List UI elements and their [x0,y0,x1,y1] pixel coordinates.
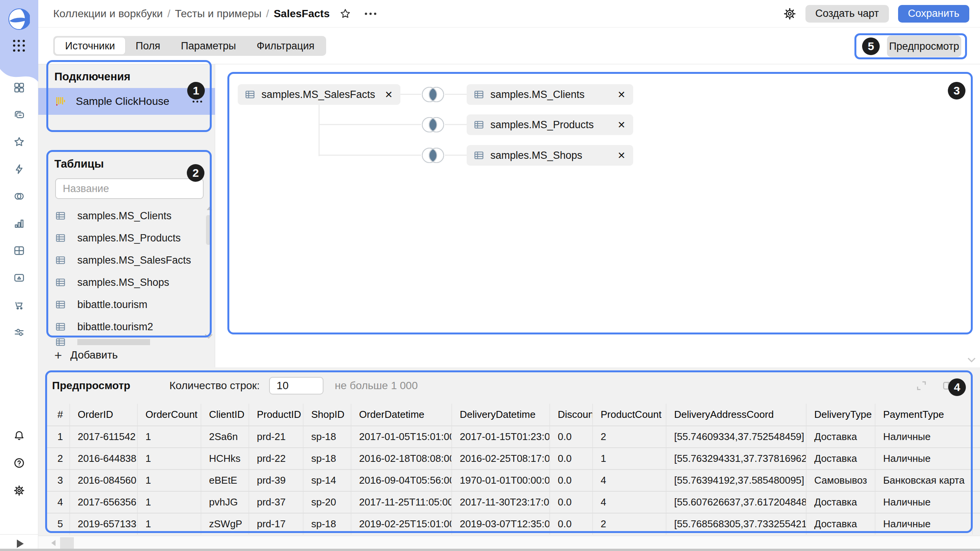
close-icon[interactable]: ✕ [617,119,626,130]
inner-join-icon[interactable] [420,145,446,165]
table-list-item-label: bibattle.tourism2 [77,321,153,333]
app-window: Коллекции и воркбуки / Тесты и примеры /… [0,0,980,551]
tab-filtering[interactable]: Фильтрация [247,37,325,54]
tables-list-scrollbar[interactable] [206,207,211,338]
table-list-item[interactable]: samples.MS_Products [38,227,215,249]
inner-join-icon[interactable] [420,115,446,135]
preview-cell: 2 [592,426,666,447]
charts-icon[interactable] [13,218,25,229]
help-icon[interactable] [13,457,25,469]
preview-cell: 2016-084560 [69,470,137,491]
dataset-settings-gear-icon[interactable] [783,7,796,20]
preview-cell: HCHks [201,448,248,469]
table-icon [474,150,484,161]
preview-cell: 2 [592,514,666,535]
preview-table-row: 22016-6448381HCHksprd-22sp-182016-02-18T… [46,447,980,469]
preview-table-row: 52019-6571331zSWgPprd-17sp-182019-02-25T… [46,513,980,535]
preview-cell: pvhJG [201,492,248,513]
preview-cell: [55.768568305,37.733255421] [666,514,806,535]
table-list-item[interactable]: samples.MS_Shops [38,271,215,293]
preview-cell: 2017-611542 [69,426,137,447]
table-search-input[interactable] [55,178,204,199]
notifications-bell-icon[interactable] [13,430,25,441]
canvas-node-joined[interactable]: samples.MS_Products✕ [467,114,633,135]
close-icon[interactable]: ✕ [617,150,626,161]
tables-panel-title: Таблицы [54,158,104,170]
preview-cell: 2017-01-05T15:01:00 [351,426,451,447]
tab-fields[interactable]: Поля [125,37,170,54]
scroll-up-icon[interactable] [207,207,212,210]
breadcrumb-item[interactable]: Коллекции и воркбуки [53,8,163,20]
workbooks-icon[interactable] [13,109,25,121]
window-bottom-edge [0,549,980,551]
preview-toggle-button[interactable]: Предпросмотр [887,36,961,57]
tab-parameters[interactable]: Параметры [171,37,247,54]
squares-icon[interactable] [13,82,25,93]
preview-header-cell: # [46,404,69,425]
preview-cell: 2017-11-25T11:05:00 [351,492,451,513]
canvas-node-joined[interactable]: samples.MS_Clients✕ [467,84,633,105]
save-button[interactable]: Сохранить [898,5,969,23]
cloud-folder-icon[interactable] [13,272,25,284]
table-list-item[interactable]: bibattle.tourism2 [38,316,215,338]
sources-left-panel: Подключения Sample ClickHouse Таблицы sa… [38,64,215,367]
preview-cell: 4 [592,470,666,491]
create-chart-button[interactable]: Создать чарт [805,5,889,23]
scrollbar-thumb[interactable] [60,537,74,549]
sidebar-divider [0,534,38,535]
favorites-star-icon[interactable] [13,136,25,148]
marketplace-cart-icon[interactable] [13,299,25,311]
close-icon[interactable]: ✕ [385,89,393,100]
dashboards-grid-icon[interactable] [13,245,25,256]
canvas-node-label: samples.MS_Clients [490,89,585,101]
preview-cell: 2017-01-15T01:23:00 [451,426,549,447]
horizontal-scrollbar[interactable] [38,536,980,550]
chevron-down-icon[interactable] [967,357,976,362]
more-menu-icon[interactable] [365,13,376,15]
tab-sources[interactable]: Источники [55,37,125,54]
row-count-input[interactable] [269,377,323,395]
preview-cell: [55.607626637,37.617204848] [666,492,806,513]
datalens-logo-icon[interactable] [8,8,30,30]
table-list-item[interactable]: samples.MS_Clients [38,205,215,227]
join-connector-line [319,155,421,156]
preview-cell: 2019-02-25T15:01:00 [351,514,451,535]
favorite-star-icon[interactable] [340,8,351,20]
preview-cell: Доставка [806,448,875,469]
apps-grid-icon[interactable] [12,39,26,53]
canvas-node-joined[interactable]: samples.MS_Shops✕ [467,145,633,166]
plus-icon: + [54,349,62,361]
scrollbar-thumb[interactable] [206,215,211,245]
breadcrumb-separator: / [266,8,269,20]
breadcrumb-item[interactable]: Тесты и примеры [175,8,261,20]
inner-join-icon[interactable] [420,85,446,104]
preview-cell: zSWgP [201,514,248,535]
connections-lightning-icon[interactable] [13,163,25,175]
scroll-left-icon[interactable] [51,540,56,546]
preview-cell: Самовывоз [806,470,875,491]
preview-cell: [55.763294331,37.737816962] [666,448,806,469]
table-list-item[interactable]: bibattle.tourism [38,293,215,316]
join-canvas[interactable]: samples.MS_SalesFacts ✕ samples.MS_Clien… [216,64,980,367]
table-icon [474,89,484,100]
close-icon[interactable]: ✕ [617,89,626,100]
table-list-item-clipped[interactable] [38,338,215,346]
preview-header-cell: DeliveryDatetime [451,404,549,425]
chevron-down-icon[interactable] [204,334,213,339]
preview-title: Предпросмотр [52,380,130,392]
dataset-tabs: Источники Поля Параметры Фильтрация [53,36,326,56]
services-sliders-icon[interactable] [13,326,25,338]
preview-cell-clipped [972,448,980,469]
add-table-button[interactable]: + Добавить [54,349,118,361]
table-list-item[interactable]: samples.MS_SalesFacts [38,249,215,271]
settings-gear-icon[interactable] [13,485,25,496]
preview-cell: Наличные [875,448,972,469]
canvas-node-root[interactable]: samples.MS_SalesFacts ✕ [238,84,400,105]
expand-icon[interactable] [916,380,927,391]
preview-cell: 2017-656356 [69,492,137,513]
datasets-venn-icon[interactable] [13,191,25,202]
preview-cell-clipped [972,514,980,535]
connection-more-icon[interactable] [193,101,202,103]
breadcrumb-separator: / [167,8,170,20]
sidebar-expand-icon[interactable] [17,540,24,548]
